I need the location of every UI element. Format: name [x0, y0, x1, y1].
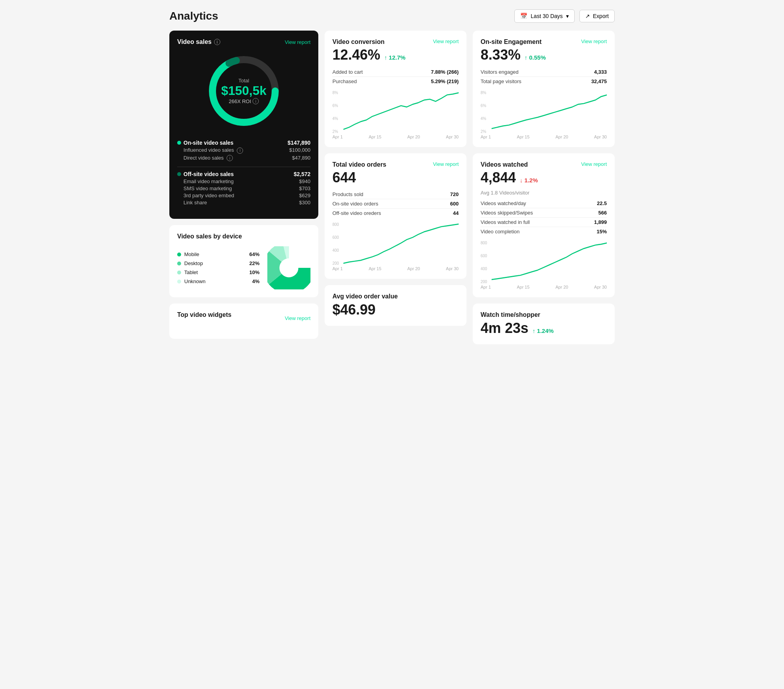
video-conversion-value: 12.46% ↑ 12.7%	[332, 47, 459, 63]
video-conversion-rows: Added to cart 7.88% (266) Purchased 5.29…	[332, 67, 459, 86]
videos-watched-card: Videos watched View report 4,844 ↓ 1.2% …	[473, 153, 615, 298]
date-range-label: Last 30 Days	[531, 13, 563, 19]
right-column: On-site Engagement View report 8.33% ↑ 0…	[473, 31, 615, 344]
watch-time-value: 4m 23s ↑ 1.24%	[481, 320, 607, 336]
watch-time-name: Watch time/shopper	[481, 311, 607, 318]
ose-value: 8.33% ↑ 0.55%	[481, 47, 607, 63]
tvo-name: Total video orders	[332, 161, 387, 168]
export-icon: ↗	[585, 13, 590, 19]
tvo-chart-labels: Apr 1 Apr 15 Apr 20 Apr 30	[332, 266, 459, 271]
vw-sublabel: Avg 1.8 Videos/visitor	[481, 190, 607, 196]
vw-y-labels: 800 600 400 200	[481, 241, 487, 284]
chevron-down-icon: ▾	[566, 13, 569, 19]
main-grid: Video sales i View report	[169, 31, 615, 344]
vw-chart-svg-wrapper	[492, 241, 607, 284]
tvo-row-3: Off-site video oreders 44	[332, 209, 459, 218]
device-legend: Mobile 64% Desktop 22% Tablet 10%	[177, 251, 260, 284]
video-conversion-row-2: Purchased 5.29% (219)	[332, 77, 459, 86]
ose-chart-svg-wrapper	[492, 91, 607, 134]
tvo-rows: Products sold 720 On-site video orders 6…	[332, 190, 459, 218]
roi-info-icon: i	[253, 98, 259, 104]
device-row-unknown: Unknown 4%	[177, 278, 260, 284]
video-conversion-chart: 8% 6% 4% 2%	[332, 91, 459, 134]
onsite-engagement-card: On-site Engagement View report 8.33% ↑ 0…	[473, 31, 615, 147]
tablet-dot	[177, 271, 181, 275]
vw-change: ↓ 1.2%	[520, 177, 538, 184]
vw-rows: Videos watched/day 22.5 Videos skipped/S…	[481, 199, 607, 236]
ose-row-1: Visitors engaged 4,333	[481, 67, 607, 77]
vc-chart-svg-wrapper	[343, 91, 459, 134]
donut-label: Total	[221, 78, 267, 84]
ose-row-2: Total page visitors 32,475	[481, 77, 607, 86]
watch-time-change: ↑ 1.24%	[532, 327, 554, 334]
offsite-sub-1: Email video marketing $940	[177, 178, 310, 184]
total-video-orders-card: Total video orders View report 644 Produ…	[325, 153, 466, 279]
ose-name: On-site Engagement	[481, 38, 542, 45]
device-row-mobile: Mobile 64%	[177, 251, 260, 257]
vw-row-2: Videos skipped/Swipes 566	[481, 208, 607, 218]
left-column: Video sales i View report	[169, 31, 318, 344]
device-row-desktop: Desktop 22%	[177, 260, 260, 266]
top-widgets-card: Top video widgets View report	[169, 304, 318, 339]
onsite-sub-1: Influenced video sales i $100,000	[177, 147, 310, 154]
tvo-y-labels: 800 600 400 200	[332, 222, 339, 265]
tvo-row-1: Products sold 720	[332, 190, 459, 199]
video-conversion-view-report[interactable]: View report	[433, 38, 459, 44]
desktop-dot	[177, 262, 181, 265]
video-sales-card: Video sales i View report	[169, 31, 318, 219]
avg-order-value: $46.99	[332, 302, 459, 318]
avg-order-card: Avg video order value $46.99	[325, 285, 466, 326]
ose-change: ↑ 0.55%	[524, 54, 546, 61]
vw-name: Videos watched	[481, 161, 528, 168]
tvo-value: 644	[332, 170, 459, 185]
ose-view-report[interactable]: View report	[581, 38, 607, 44]
ose-chart: 8% 6% 4% 2%	[481, 91, 607, 134]
offsite-dot	[177, 172, 181, 176]
vw-row-4: Video completion 15%	[481, 227, 607, 236]
video-conversion-change: ↑ 12.7%	[384, 54, 405, 61]
calendar-icon: 📅	[520, 13, 528, 20]
date-range-button[interactable]: 📅 Last 30 Days ▾	[514, 9, 575, 23]
tvo-chart: 800 600 400 200	[332, 222, 459, 265]
onsite-dot	[177, 141, 181, 145]
info-icon: i	[214, 39, 220, 45]
unknown-dot	[177, 280, 181, 284]
donut-amount: $150,5k	[221, 84, 267, 98]
ose-rows: Visitors engaged 4,333 Total page visito…	[481, 67, 607, 86]
influenced-info-icon: i	[237, 147, 243, 154]
direct-info-icon: i	[227, 155, 233, 161]
video-conversion-card: Video conversion View report 12.46% ↑ 12…	[325, 31, 466, 147]
onsite-sub-2: Direct video sales i $47,890	[177, 155, 310, 162]
vc-y-labels: 8% 6% 4% 2%	[332, 91, 338, 134]
tvo-row-2: On-site video orders 600	[332, 199, 459, 209]
donut-roi: 266X ROI i	[221, 98, 267, 104]
svg-point-7	[279, 258, 298, 277]
offsite-sub-2: SMS video marketing $703	[177, 185, 310, 191]
tvo-chart-svg-wrapper	[343, 222, 459, 265]
ose-chart-labels: Apr 1 Apr 15 Apr 20 Apr 30	[481, 135, 607, 139]
top-widgets-view-report[interactable]: View report	[285, 315, 310, 321]
offsite-sub-4: Link share $300	[177, 200, 310, 205]
device-row-tablet: Tablet 10%	[177, 269, 260, 275]
device-card: Video sales by device Mobile 64% Desktop…	[169, 225, 318, 297]
vw-row-1: Videos watched/day 22.5	[481, 199, 607, 208]
sales-items: On-site video sales $147,890 Influenced …	[177, 140, 310, 205]
middle-column: Video conversion View report 12.46% ↑ 12…	[325, 31, 466, 344]
top-widgets-title: Top video widgets	[177, 311, 231, 318]
offsite-sub-3: 3rd party video embed $629	[177, 193, 310, 198]
export-button[interactable]: ↗ Export	[579, 10, 615, 22]
vw-chart-labels: Apr 1 Apr 15 Apr 20 Apr 30	[481, 285, 607, 289]
vw-view-report[interactable]: View report	[581, 161, 607, 167]
tvo-view-report[interactable]: View report	[433, 161, 459, 167]
video-sales-view-report[interactable]: View report	[285, 39, 310, 45]
page-title: Analytics	[169, 10, 218, 22]
vw-value: 4,844 ↓ 1.2%	[481, 170, 607, 185]
mobile-dot	[177, 253, 181, 256]
device-title: Video sales by device	[177, 233, 310, 240]
watch-time-card: Watch time/shopper 4m 23s ↑ 1.24%	[473, 304, 615, 344]
donut-chart-wrap: Total $150,5k 266X ROI i	[177, 52, 310, 130]
sales-item-onsite: On-site video sales $147,890 Influenced …	[177, 140, 310, 161]
sales-item-offsite: Off-site video sales $2,572 Email video …	[177, 171, 310, 205]
vw-chart: 800 600 400 200	[481, 241, 607, 284]
device-pie-chart	[267, 246, 310, 289]
